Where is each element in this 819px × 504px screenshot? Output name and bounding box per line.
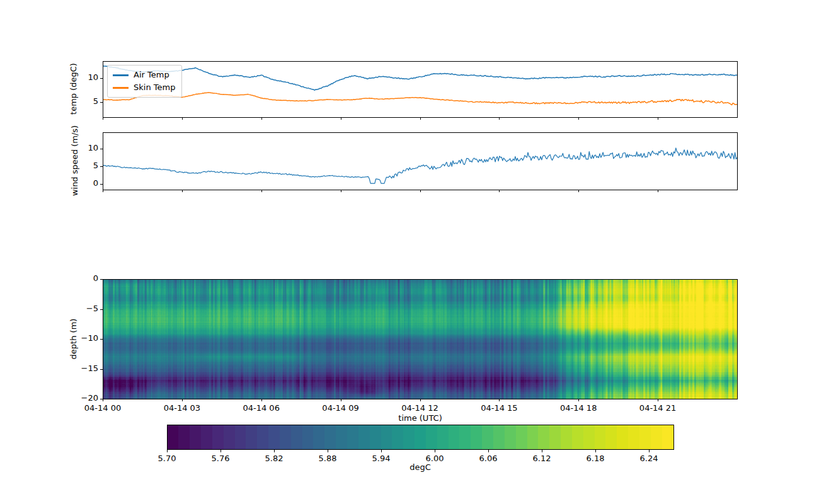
colorbar-tick bbox=[595, 450, 596, 452]
air-temp-line bbox=[103, 66, 737, 91]
x-tick-label: 04-14 15 bbox=[481, 403, 517, 413]
colorbar-tick-label: 6.00 bbox=[426, 454, 444, 463]
x-tick bbox=[578, 399, 579, 401]
wind-speed-line bbox=[103, 148, 737, 183]
x-tick bbox=[499, 190, 500, 192]
y-tick bbox=[100, 279, 103, 280]
colorbar-tick-label: 5.94 bbox=[372, 454, 391, 463]
y-tick bbox=[100, 78, 103, 79]
x-tick bbox=[341, 190, 341, 192]
x-tick bbox=[578, 190, 579, 192]
legend-item-air-temp: Air Temp bbox=[113, 69, 175, 81]
x-tick bbox=[658, 399, 658, 401]
x-tick bbox=[341, 399, 341, 401]
x-tick bbox=[182, 190, 183, 192]
x-tick bbox=[103, 117, 103, 120]
y-tick bbox=[100, 309, 103, 310]
y-tick-label: −10 bbox=[71, 333, 98, 343]
colorbar-tick-label: 6.24 bbox=[640, 454, 658, 463]
x-tick bbox=[658, 190, 658, 192]
legend-label-skin-temp: Skin Temp bbox=[134, 81, 175, 94]
colorbar-tick bbox=[488, 450, 489, 452]
time-axis-label: time (UTC) bbox=[398, 413, 442, 423]
x-tick bbox=[420, 399, 421, 401]
colorbar bbox=[167, 425, 674, 450]
x-tick bbox=[103, 399, 103, 401]
y-tick-label: −20 bbox=[71, 393, 98, 403]
temp-lines-plot bbox=[103, 62, 737, 117]
x-tick bbox=[103, 190, 103, 192]
y-tick-label: 5 bbox=[71, 96, 98, 106]
x-tick bbox=[499, 399, 500, 401]
skin-temp-line bbox=[103, 93, 737, 105]
y-tick bbox=[100, 149, 103, 149]
colorbar-tick bbox=[274, 450, 275, 452]
x-tick-label: 04-14 12 bbox=[401, 403, 438, 413]
y-tick bbox=[100, 339, 103, 340]
x-tick bbox=[261, 190, 262, 192]
wind-line-plot bbox=[103, 133, 737, 190]
colorbar-tick bbox=[381, 450, 382, 452]
legend: Air Temp Skin Temp bbox=[107, 65, 182, 98]
y-tick bbox=[100, 184, 103, 185]
x-tick bbox=[578, 117, 579, 120]
colorbar-tick-label: 6.12 bbox=[533, 454, 551, 463]
y-tick-label: 0 bbox=[71, 178, 98, 188]
heatmap-canvas bbox=[103, 280, 737, 399]
x-tick bbox=[420, 190, 421, 192]
x-tick bbox=[341, 117, 341, 120]
y-tick-label: 10 bbox=[71, 72, 98, 82]
depth-temp-heatmap-panel bbox=[103, 279, 738, 399]
x-tick bbox=[420, 117, 421, 120]
colorbar-tick bbox=[435, 450, 435, 452]
colorbar-tick-label: 6.06 bbox=[479, 454, 498, 463]
legend-item-skin-temp: Skin Temp bbox=[113, 81, 175, 94]
temp-axis-label: temp (degC) bbox=[69, 63, 78, 115]
colorbar-tick-label: 5.76 bbox=[212, 454, 230, 463]
x-tick bbox=[658, 117, 658, 120]
x-tick-label: 04-14 03 bbox=[164, 403, 200, 413]
legend-label-air-temp: Air Temp bbox=[134, 69, 169, 81]
x-tick bbox=[261, 117, 262, 120]
y-tick-label: 5 bbox=[71, 161, 98, 170]
y-tick-label: 0 bbox=[71, 273, 98, 283]
temp-panel: Air Temp Skin Temp bbox=[103, 61, 738, 118]
colorbar-tick-label: 5.70 bbox=[158, 454, 176, 463]
x-tick-label: 04-14 00 bbox=[84, 403, 121, 413]
wind-panel bbox=[103, 132, 738, 190]
y-tick-label: −15 bbox=[71, 364, 98, 373]
y-tick bbox=[100, 166, 103, 167]
air-temp-line-swatch bbox=[113, 74, 129, 76]
x-tick-label: 04-14 09 bbox=[322, 403, 358, 413]
colorbar-tick bbox=[167, 450, 168, 452]
y-tick bbox=[100, 369, 103, 370]
x-tick bbox=[499, 117, 500, 120]
y-tick-label: −5 bbox=[71, 304, 98, 313]
y-tick bbox=[100, 399, 103, 399]
x-tick-label: 04-14 21 bbox=[639, 403, 676, 413]
colorbar-tick-label: 6.18 bbox=[587, 454, 605, 463]
x-tick-label: 04-14 18 bbox=[560, 403, 597, 413]
x-tick bbox=[182, 117, 183, 120]
x-tick bbox=[182, 399, 183, 401]
figure: temp (degC) wind speed (m/s) depth (m) A… bbox=[0, 0, 819, 504]
skin-temp-line-swatch bbox=[113, 87, 129, 89]
colorbar-tick bbox=[328, 450, 328, 452]
y-tick bbox=[100, 102, 103, 103]
colorbar-label: degC bbox=[410, 462, 431, 472]
colorbar-tick bbox=[649, 450, 650, 452]
colorbar-tick-label: 5.88 bbox=[319, 454, 337, 463]
colorbar-gradient bbox=[168, 425, 673, 449]
colorbar-tick bbox=[220, 450, 221, 452]
y-tick-label: 10 bbox=[71, 143, 98, 152]
x-tick-label: 04-14 06 bbox=[243, 403, 279, 413]
x-tick bbox=[261, 399, 262, 401]
colorbar-tick-label: 5.82 bbox=[265, 454, 284, 463]
colorbar-tick bbox=[542, 450, 542, 452]
